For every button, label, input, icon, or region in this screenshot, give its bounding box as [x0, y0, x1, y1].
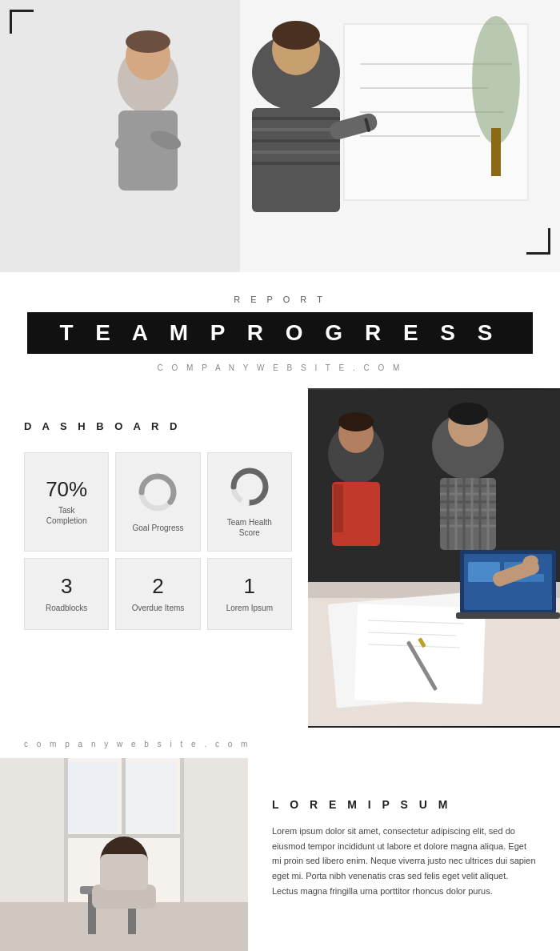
svg-rect-81 [126, 762, 176, 833]
svg-rect-82 [0, 902, 248, 951]
metric-card-team-health: Team HealthScore [207, 452, 292, 552]
hero-illustration [0, 0, 560, 272]
svg-rect-26 [10, 10, 34, 12]
metric-card-task-completion: 70% TaskCompletion [24, 452, 109, 552]
dashboard-illustration [308, 388, 560, 728]
dashboard-image [308, 388, 560, 728]
footer-website: c o m p a n y w e b s i t e . c o m [24, 740, 250, 748]
metric-value-lorem: 1 [244, 575, 255, 598]
metric-value-overdue: 2 [152, 575, 163, 598]
metric-card-roadblocks: 3 Roadblocks [24, 558, 109, 630]
dashboard-footer: c o m p a n y w e b s i t e . c o m [0, 728, 560, 758]
metric-card-overdue: 2 Overdue Items [115, 558, 200, 630]
svg-rect-80 [68, 762, 118, 833]
svg-rect-88 [100, 854, 148, 890]
bottom-left-image [0, 758, 248, 951]
svg-rect-29 [548, 228, 550, 255]
svg-rect-50 [456, 612, 560, 619]
svg-rect-39 [354, 604, 486, 704]
dashboard-left: D A S H B O A R D 70% TaskCompletion Goa… [0, 388, 308, 728]
metric-label-task: TaskCompletion [46, 505, 87, 526]
metric-label-health: Team HealthScore [227, 517, 272, 538]
svg-point-9 [126, 30, 170, 53]
svg-rect-28 [526, 252, 550, 255]
dashboard-right [308, 388, 560, 728]
metric-value-task: 70% [46, 478, 87, 501]
metric-card-lorem: 1 Lorem Ipsum [207, 558, 292, 630]
svg-rect-16 [252, 108, 340, 212]
lorem-title: L O R E M I P S U M [272, 798, 536, 811]
dashboard-section: D A S H B O A R D 70% TaskCompletion Goa… [0, 388, 560, 728]
svg-rect-25 [491, 128, 501, 176]
svg-rect-27 [10, 10, 12, 34]
metric-label-overdue: Overdue Items [132, 603, 185, 613]
team-health-donut [229, 466, 270, 508]
svg-point-53 [338, 412, 374, 431]
metrics-grid: 70% TaskCompletion Goal Progress [24, 452, 292, 630]
svg-point-58 [448, 403, 488, 425]
bottom-section: L O R E M I P S U M Lorem ipsum dolor si… [0, 758, 560, 951]
hero-image [0, 0, 560, 272]
bottom-illustration [0, 758, 248, 951]
lorem-body: Lorem ipsum dolor sit amet, consectetur … [272, 824, 536, 898]
svg-rect-55 [334, 484, 343, 532]
hero-section [0, 0, 560, 272]
main-title: T E A M P R O G R E S S [27, 312, 532, 354]
goal-progress-donut [137, 471, 178, 513]
svg-point-15 [272, 21, 320, 50]
metric-label-lorem: Lorem Ipsum [226, 603, 273, 613]
header-website: C O M P A N Y W E B S I T E . C O M [16, 363, 544, 372]
metric-card-goal-progress: Goal Progress [115, 452, 200, 552]
metric-label-roadblocks: Roadblocks [46, 603, 87, 613]
svg-rect-10 [118, 110, 178, 191]
title-section: R E P O R T T E A M P R O G R E S S C O … [0, 272, 560, 388]
bottom-right-text: L O R E M I P S U M Lorem ipsum dolor si… [248, 758, 560, 951]
svg-point-24 [472, 16, 520, 144]
metric-value-roadblocks: 3 [61, 575, 72, 598]
report-label: R E P O R T [16, 295, 544, 304]
dashboard-label: D A S H B O A R D [24, 420, 292, 432]
metric-label-goal: Goal Progress [133, 523, 184, 533]
